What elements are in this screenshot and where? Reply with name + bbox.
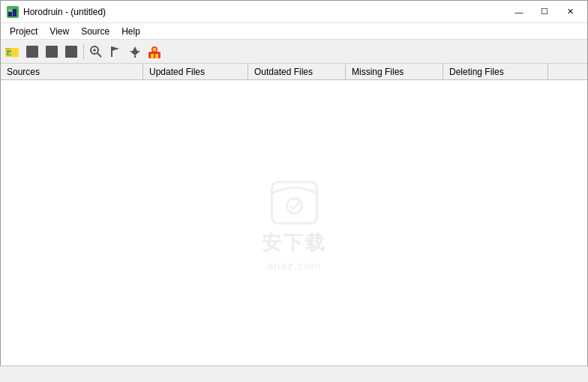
zoom-icon — [89, 45, 103, 58]
maximize-button[interactable]: ☐ — [533, 4, 556, 19]
watermark: 安下载 anxz.com — [262, 175, 327, 272]
svg-rect-20 — [148, 52, 160, 58]
minimize-button[interactable]: — — [508, 4, 530, 19]
toolbar: + — [1, 40, 587, 64]
watermark-cn: 安下载 — [262, 230, 327, 256]
toolbar-user-button[interactable] — [146, 43, 164, 61]
svg-marker-18 — [130, 46, 140, 55]
svg-rect-10 — [46, 46, 58, 58]
toolbar-pin-button[interactable] — [126, 43, 144, 61]
title-bar-left: Horodruin - (untitled) — [7, 6, 106, 18]
svg-rect-3 — [8, 9, 12, 11]
toolbar-stop3-button[interactable] — [62, 43, 80, 61]
folder-icon: + — [5, 45, 20, 58]
svg-rect-25 — [272, 182, 316, 223]
status-bar — [0, 366, 588, 382]
watermark-icon — [268, 175, 320, 227]
svg-line-13 — [98, 53, 101, 57]
menu-bar: Project View Source Help — [1, 23, 587, 40]
toolbar-new-button[interactable]: + — [4, 43, 22, 61]
svg-text:+: + — [8, 51, 11, 56]
svg-marker-17 — [112, 46, 119, 51]
title-text: Horodruin - (untitled) — [23, 7, 106, 17]
svg-rect-1 — [8, 12, 12, 16]
svg-rect-2 — [13, 9, 16, 16]
toolbar-zoom-button[interactable] — [87, 43, 105, 61]
pin-icon — [128, 45, 142, 58]
col-header-deleting: Deleting Files — [443, 64, 548, 79]
col-header-outdated: Outdated Files — [248, 64, 346, 79]
stop3-icon — [64, 45, 78, 58]
app-icon — [7, 6, 19, 18]
stop2-icon — [45, 45, 58, 58]
menu-project[interactable]: Project — [4, 25, 44, 38]
svg-rect-22 — [155, 54, 158, 58]
toolbar-stop2-button[interactable] — [43, 43, 61, 61]
col-header-updated: Updated Files — [143, 64, 248, 79]
svg-point-26 — [286, 198, 302, 213]
menu-help[interactable]: Help — [116, 25, 146, 38]
svg-rect-9 — [26, 46, 38, 58]
svg-point-24 — [153, 47, 157, 51]
user-icon — [147, 44, 162, 59]
menu-view[interactable]: View — [44, 25, 75, 38]
close-button[interactable]: ✕ — [559, 4, 581, 19]
menu-source[interactable]: Source — [75, 25, 116, 38]
title-bar: Horodruin - (untitled) — ☐ ✕ — [1, 1, 587, 23]
watermark-en: anxz.com — [267, 259, 321, 272]
column-header: Sources Updated Files Outdated Files Mis… — [1, 64, 587, 80]
title-bar-controls: — ☐ ✕ — [508, 4, 581, 19]
toolbar-flag-button[interactable] — [106, 43, 124, 61]
col-header-sources: Sources — [1, 64, 143, 79]
main-content: 安下载 anxz.com — [1, 80, 587, 366]
svg-rect-21 — [151, 54, 154, 58]
stop1-icon — [26, 45, 39, 58]
flag-icon — [109, 45, 122, 58]
svg-rect-11 — [65, 46, 77, 58]
toolbar-separator — [83, 44, 84, 59]
col-header-missing: Missing Files — [346, 64, 443, 79]
toolbar-stop1-button[interactable] — [23, 43, 41, 61]
